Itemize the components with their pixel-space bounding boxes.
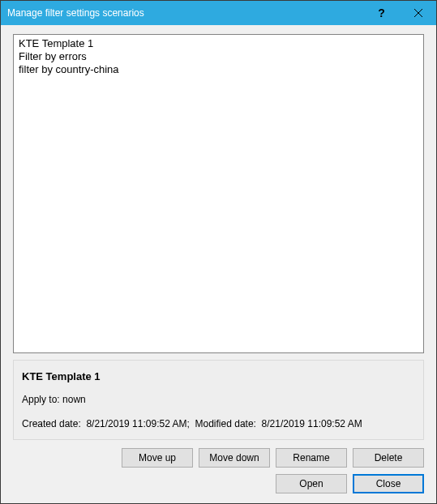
created-date-value: 8/21/2019 11:09:52 AM: [86, 418, 186, 429]
details-panel: KTE Template 1 Apply to: nown Created da…: [13, 360, 424, 440]
rename-button[interactable]: Rename: [276, 448, 347, 468]
date-separator: ;: [187, 418, 190, 429]
details-dates: Created date: 8/21/2019 11:09:52 AM; Mod…: [22, 418, 415, 429]
dialog-button-row: Open Close: [13, 474, 424, 493]
open-button[interactable]: Open: [276, 474, 347, 493]
help-button[interactable]: ?: [363, 1, 400, 25]
dialog-window: Manage filter settings scenarios ? KTE T…: [0, 0, 437, 504]
move-up-button[interactable]: Move up: [122, 448, 193, 468]
dialog-content: KTE Template 1 Filter by errors filter b…: [1, 25, 436, 503]
modified-date-value: 8/21/2019 11:09:52 AM: [262, 418, 362, 429]
details-title: KTE Template 1: [22, 370, 415, 382]
apply-to-label: Apply to:: [22, 394, 60, 405]
window-close-button[interactable]: [400, 1, 436, 25]
list-item[interactable]: KTE Template 1: [17, 37, 420, 50]
delete-button[interactable]: Delete: [353, 448, 424, 468]
scenarios-listbox[interactable]: KTE Template 1 Filter by errors filter b…: [13, 34, 424, 353]
action-button-row: Move up Move down Rename Delete: [13, 448, 424, 468]
list-item[interactable]: filter by country-china: [17, 63, 420, 76]
titlebar: Manage filter settings scenarios ?: [1, 1, 436, 25]
modified-date-label: Modified date:: [195, 418, 256, 429]
move-down-button[interactable]: Move down: [199, 448, 270, 468]
close-icon: [414, 9, 422, 17]
window-title: Manage filter settings scenarios: [1, 7, 363, 19]
list-item[interactable]: Filter by errors: [17, 50, 420, 63]
created-date-label: Created date:: [22, 418, 81, 429]
details-apply-to: Apply to: nown: [22, 394, 415, 405]
close-button[interactable]: Close: [353, 474, 424, 493]
apply-to-value: nown: [62, 394, 86, 405]
